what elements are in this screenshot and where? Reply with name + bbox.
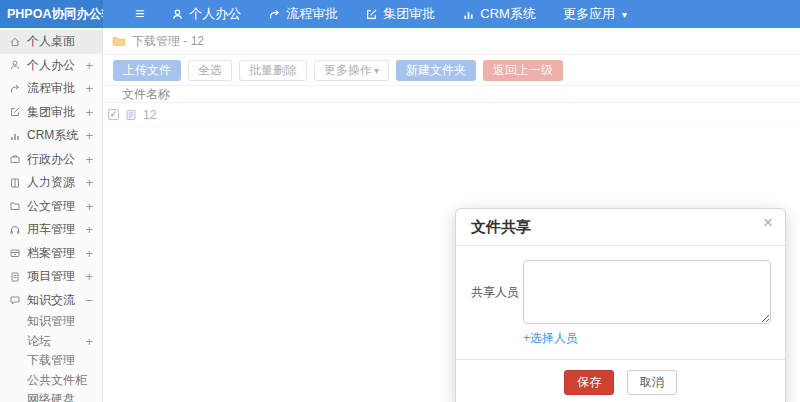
nav-item-more-apps[interactable]: 更多应用 ▾ [563,5,627,23]
caret-down-icon: ▾ [622,9,627,20]
modal-header: 文件共享 × [456,209,785,246]
sidebar-item-document-mgmt[interactable]: 公文管理 + [0,195,102,219]
batch-delete-button[interactable]: 批量删除 [239,60,307,81]
sidebar-item-archive-mgmt[interactable]: 档案管理 + [0,242,102,266]
sidebar-item-label: 行政办公 [27,151,75,168]
file-icon [125,109,137,121]
sidebar-item-label: 个人办公 [27,57,75,74]
select-people-link[interactable]: +选择人员 [523,330,771,347]
sidebar-subitem-label: 网络硬盘 [27,391,75,402]
document-icon [9,271,21,283]
sidebar-subitem-download-mgmt[interactable]: 下载管理 [0,351,102,371]
process-icon [268,8,281,21]
archive-icon [9,247,21,259]
file-row[interactable]: ✓ 12 [104,103,800,127]
sidebar-item-crm[interactable]: CRM系统 + [0,124,102,148]
share-field-row: 共享人员 [471,260,771,324]
select-all-button[interactable]: 全选 [188,60,232,81]
nav-item-process-approval[interactable]: 流程审批 [268,5,338,23]
expand-icon[interactable]: + [85,81,93,96]
edit-icon [9,106,21,118]
sidebar-item-group-approval[interactable]: 集团审批 + [0,101,102,125]
nav-item-personal-office[interactable]: 个人办公 [171,5,241,23]
expand-icon[interactable]: + [85,152,93,167]
nav-item-crm[interactable]: CRM系统 [462,5,536,23]
headset-icon [9,224,21,236]
expand-icon[interactable]: + [85,128,93,143]
sidebar-subitem-forum[interactable]: 论坛 + [0,332,102,352]
top-navbar: PHPOA协同办公软件 ≡ 个人办公 流程审批 集团审批 CRM系统 更多应用 … [0,0,800,28]
expand-icon[interactable]: + [85,105,93,120]
sidebar-item-admin-office[interactable]: 行政办公 + [0,148,102,172]
nav-item-label: 更多应用 [563,5,615,23]
sidebar-item-label: 档案管理 [27,245,75,262]
sidebar-item-project-mgmt[interactable]: 项目管理 + [0,265,102,289]
modal-footer: 保存 取消 [456,359,785,402]
sidebar-item-process-approval[interactable]: 流程审批 + [0,77,102,101]
save-button[interactable]: 保存 [564,370,614,395]
home-icon [9,36,21,48]
file-name-column-header: 文件名称 [122,86,170,103]
app-logo: PHPOA协同办公软件 [0,0,103,28]
upload-file-button[interactable]: 上传文件 [113,60,181,81]
check-icon: ✓ [110,110,118,119]
share-people-textarea[interactable] [523,260,771,324]
process-icon [9,83,21,95]
folder-yellow-icon [112,35,126,47]
modal-body: 共享人员 +选择人员 [456,246,785,359]
sidebar-submenu-knowledge: 知识管理 论坛 + 下载管理 公共文件柜 网络硬盘 [0,312,102,402]
sidebar-item-hr[interactable]: 人力资源 + [0,171,102,195]
sidebar-subitem-knowledge-mgmt[interactable]: 知识管理 [0,312,102,332]
file-table-header: 文件名称 [104,85,800,103]
sidebar-subitem-label: 公共文件柜 [27,372,87,389]
sidebar-item-label: 个人桌面 [27,33,75,50]
sidebar-subitem-label: 下载管理 [27,352,75,369]
sidebar-item-personal-office[interactable]: 个人办公 + [0,54,102,78]
new-folder-button[interactable]: 新建文件夹 [396,60,476,81]
go-back-button[interactable]: 返回上一级 [483,60,563,81]
expand-icon[interactable]: + [85,334,93,349]
close-icon[interactable]: × [763,214,773,231]
user-icon [9,59,21,71]
sidebar-item-label: 流程审批 [27,80,75,97]
sidebar-item-label: 集团审批 [27,104,75,121]
expand-icon[interactable]: + [85,269,93,284]
expand-icon[interactable]: + [85,222,93,237]
sidebar-item-label: 人力资源 [27,174,75,191]
caret-down-icon: ▾ [374,65,379,76]
toolbar: 上传文件 全选 批量删除 更多操作▾ 新建文件夹 返回上一级 [104,55,800,85]
expand-icon[interactable]: + [85,175,93,190]
nav-item-label: 个人办公 [189,5,241,23]
file-name: 12 [143,108,156,122]
sidebar-item-knowledge-exchange[interactable]: 知识交流 − [0,289,102,313]
expand-icon[interactable]: + [85,199,93,214]
sidebar-subitem-label: 论坛 [27,333,51,350]
nav-item-label: 流程审批 [286,5,338,23]
breadcrumb-text: 下载管理 - 12 [132,33,204,50]
briefcase-icon [9,153,21,165]
cancel-button[interactable]: 取消 [627,370,677,395]
more-actions-button[interactable]: 更多操作▾ [314,60,389,81]
share-people-label: 共享人员 [471,284,519,301]
sidebar-item-vehicle-mgmt[interactable]: 用车管理 + [0,218,102,242]
nav-item-label: CRM系统 [480,5,536,23]
row-checkbox[interactable]: ✓ [108,109,119,120]
nav-item-group-approval[interactable]: 集团审批 [365,5,435,23]
sidebar-item-label: 项目管理 [27,268,75,285]
sidebar-subitem-public-file-cabinet[interactable]: 公共文件柜 [0,371,102,391]
collapse-icon[interactable]: − [85,293,93,308]
sidebar-item-label: 用车管理 [27,221,75,238]
expand-icon[interactable]: + [85,246,93,261]
hamburger-menu-icon[interactable]: ≡ [135,6,144,22]
chart-icon [9,130,21,142]
sidebar-item-label: 公文管理 [27,198,75,215]
nav-item-label: 集团审批 [383,5,435,23]
sidebar-subitem-network-disk[interactable]: 网络硬盘 [0,390,102,402]
expand-icon[interactable]: + [85,58,93,73]
sidebar-item-personal-desktop[interactable]: 个人桌面 [0,30,102,54]
sidebar-item-label: 知识交流 [27,292,75,309]
folder-icon [9,200,21,212]
user-icon [171,8,184,21]
sidebar-subitem-label: 知识管理 [27,313,75,330]
breadcrumb: 下载管理 - 12 [104,28,800,55]
